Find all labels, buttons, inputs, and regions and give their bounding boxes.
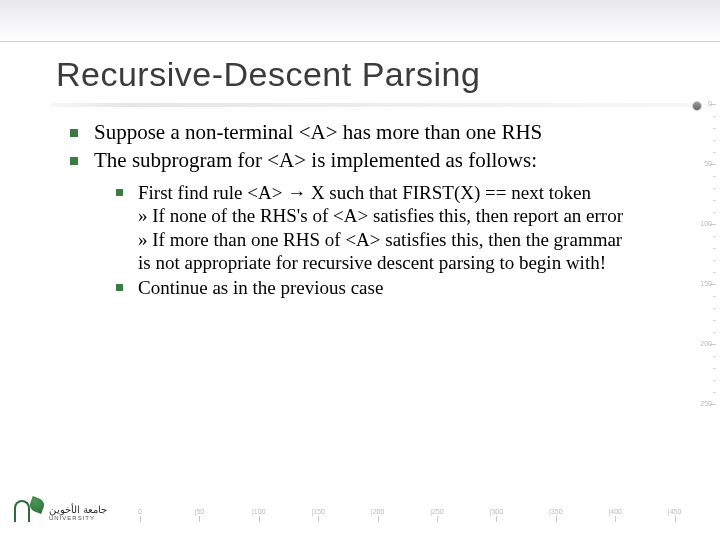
- slide-title: Recursive-Descent Parsing: [56, 55, 480, 94]
- logo-text-arabic: جامعة الأخوين: [49, 505, 107, 515]
- ruler-label: 250: [698, 400, 712, 407]
- title-underline: [50, 103, 700, 107]
- bullet-square-icon: [70, 148, 94, 174]
- slide-body: Suppose a non-terminal <A> has more than…: [70, 120, 630, 301]
- ruler-label: |100: [252, 508, 266, 515]
- ruler-label: |50: [195, 508, 205, 515]
- ruler-label: |400: [608, 508, 622, 515]
- logo-mark-icon: [10, 498, 44, 528]
- ruler-label: |450: [668, 508, 682, 515]
- bullet-text: The subprogram for <A> is implemented as…: [94, 148, 630, 174]
- bullet-text: First find rule <A> → X such that FIRST(…: [138, 181, 630, 274]
- bullet-level2: First find rule <A> → X such that FIRST(…: [116, 181, 630, 274]
- ruler-label: |350: [549, 508, 563, 515]
- sub-bullet-group: First find rule <A> → X such that FIRST(…: [116, 181, 630, 299]
- ruler-label: |150: [311, 508, 325, 515]
- bullet-level2: Continue as in the previous case: [116, 276, 630, 299]
- bullet-level1: The subprogram for <A> is implemented as…: [70, 148, 630, 174]
- university-logo: جامعة الأخوين UNIVERSITY: [10, 496, 120, 530]
- ruler-label: 0: [698, 100, 712, 107]
- header-gradient: [0, 0, 720, 42]
- bullet-text: Suppose a non-terminal <A> has more than…: [94, 120, 630, 146]
- horizontal-ruler: 0 |50 |100 |150 |200 |250 |300 |350 |400…: [140, 502, 680, 522]
- vertical-ruler: 0 50 100 150 200 250: [696, 104, 716, 484]
- bullet-square-icon: [70, 120, 94, 146]
- ruler-label: |300: [490, 508, 504, 515]
- ruler-label: 100: [698, 220, 712, 227]
- bullet-text: Continue as in the previous case: [138, 276, 630, 299]
- ruler-label: 50: [698, 160, 712, 167]
- bullet-level1: Suppose a non-terminal <A> has more than…: [70, 120, 630, 146]
- ruler-label: 0: [138, 508, 142, 515]
- bullet-square-icon: [116, 276, 138, 299]
- ruler-label: 150: [698, 280, 712, 287]
- ruler-label: |250: [430, 508, 444, 515]
- ruler-label: 200: [698, 340, 712, 347]
- logo-text-english: UNIVERSITY: [49, 515, 107, 521]
- ruler-label: |200: [371, 508, 385, 515]
- bullet-square-icon: [116, 181, 138, 274]
